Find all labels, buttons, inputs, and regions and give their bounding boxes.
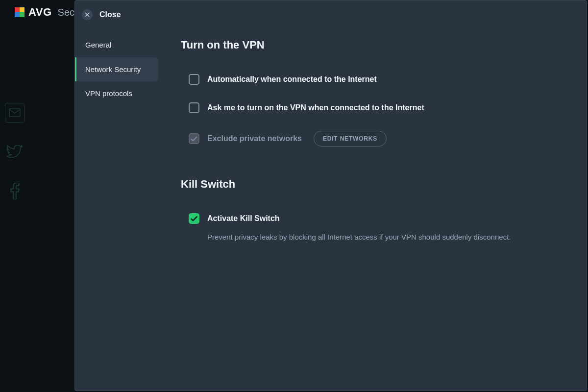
svg-rect-0 bbox=[9, 109, 20, 117]
section-turn-on-vpn-title: Turn on the VPN bbox=[181, 39, 567, 51]
checkbox-ask-connect[interactable] bbox=[189, 102, 199, 113]
product-name-partial: Sec bbox=[58, 7, 74, 18]
close-label: Close bbox=[99, 10, 121, 19]
sidebar-item-general[interactable]: General bbox=[75, 33, 161, 57]
settings-panel: Close General Network Security VPN proto… bbox=[74, 0, 587, 391]
option-exclude-private-label: Exclude private networks bbox=[207, 134, 302, 143]
option-ask-connect-label: Ask me to turn on the VPN when connected… bbox=[207, 103, 424, 112]
mail-icon[interactable] bbox=[5, 103, 24, 122]
edit-networks-button[interactable]: EDIT NETWORKS bbox=[314, 131, 387, 147]
app-background: AVG Sec Close General Network Security V… bbox=[0, 0, 588, 392]
settings-sidebar: Close General Network Security VPN proto… bbox=[75, 0, 161, 391]
close-icon bbox=[82, 9, 93, 20]
kill-switch-description: Prevent privacy leaks by blocking all In… bbox=[181, 232, 567, 243]
option-kill-switch[interactable]: Activate Kill Switch bbox=[181, 209, 567, 228]
sidebar-item-vpn-protocols[interactable]: VPN protocols bbox=[75, 81, 161, 106]
brand-logo: AVG Sec bbox=[15, 6, 74, 19]
brand-name: AVG bbox=[28, 6, 52, 19]
option-ask-connect[interactable]: Ask me to turn on the VPN when connected… bbox=[181, 98, 567, 117]
checkbox-exclude-private[interactable] bbox=[189, 133, 199, 144]
twitter-icon[interactable] bbox=[5, 142, 24, 162]
facebook-icon[interactable] bbox=[5, 181, 24, 201]
settings-content: Turn on the VPN Automatically when conne… bbox=[161, 0, 587, 391]
social-strip bbox=[0, 103, 29, 201]
option-kill-switch-label: Activate Kill Switch bbox=[207, 214, 280, 223]
checkbox-kill-switch[interactable] bbox=[189, 213, 199, 224]
option-auto-connect[interactable]: Automatically when connected to the Inte… bbox=[181, 70, 567, 89]
checkbox-auto-connect[interactable] bbox=[189, 74, 199, 85]
option-auto-connect-label: Automatically when connected to the Inte… bbox=[207, 75, 377, 84]
close-button[interactable]: Close bbox=[75, 9, 161, 33]
option-exclude-private[interactable]: Exclude private networks EDIT NETWORKS bbox=[181, 127, 567, 150]
avg-logo-icon bbox=[15, 7, 24, 17]
section-kill-switch-title: Kill Switch bbox=[181, 178, 567, 191]
sidebar-item-network-security[interactable]: Network Security bbox=[75, 57, 158, 82]
